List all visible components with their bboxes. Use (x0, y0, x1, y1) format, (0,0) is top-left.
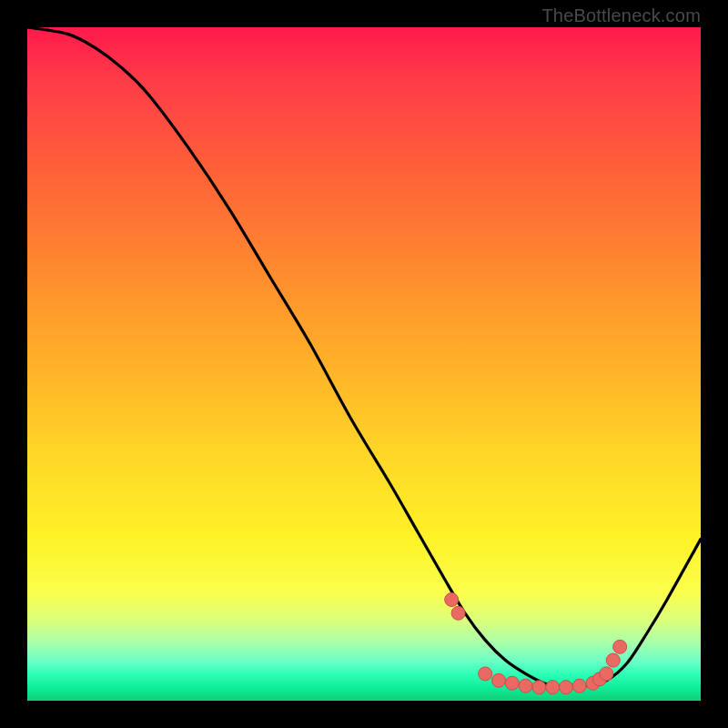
marker-dot (445, 593, 459, 607)
chart-frame: TheBottleneck.com (0, 0, 728, 728)
marker-dot (613, 640, 627, 653)
plot-area (27, 27, 701, 701)
marker-dot (492, 673, 506, 687)
marker-dot (546, 681, 560, 694)
marker-dot (600, 667, 613, 681)
marker-dot (505, 676, 519, 690)
marker-dot (560, 681, 573, 694)
marker-dot (451, 606, 465, 620)
chart-svg (27, 27, 701, 701)
marker-dot (519, 679, 532, 693)
marker-dot (532, 681, 546, 694)
marker-dot (606, 653, 620, 667)
marker-dot (479, 667, 492, 681)
bottleneck-curve (27, 27, 701, 687)
marker-dot (572, 679, 586, 693)
attribution-text: TheBottleneck.com (541, 5, 701, 26)
